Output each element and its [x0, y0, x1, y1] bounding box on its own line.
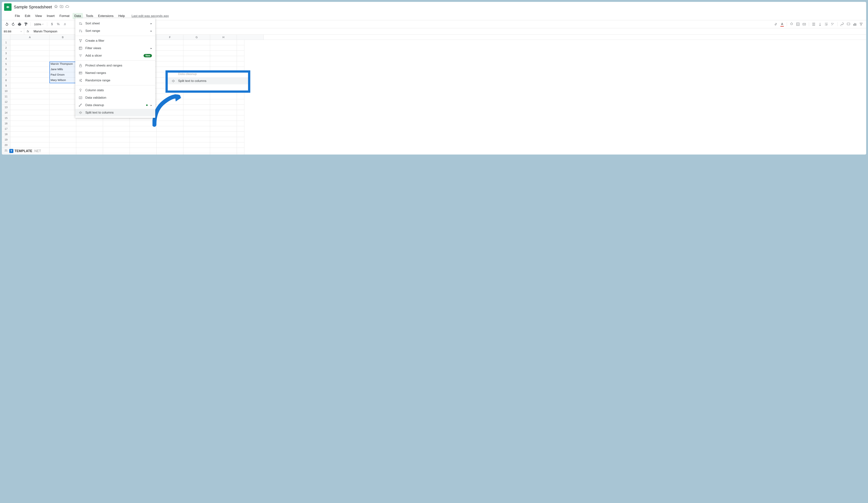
cell[interactable]	[50, 115, 76, 121]
cell[interactable]	[103, 121, 130, 126]
cell[interactable]: Marvin Thompson	[50, 61, 76, 67]
cell[interactable]	[157, 99, 183, 104]
cell[interactable]	[76, 126, 103, 132]
cell[interactable]	[183, 126, 210, 132]
cell[interactable]	[76, 132, 103, 137]
name-box[interactable]: B5:B8	[2, 28, 24, 34]
cell[interactable]	[130, 153, 157, 154]
cell[interactable]	[210, 61, 237, 67]
cell[interactable]	[183, 104, 210, 110]
row-header[interactable]: 12	[2, 99, 10, 104]
last-edit-link[interactable]: Last edit was seconds ago	[132, 14, 169, 18]
cell[interactable]	[237, 142, 244, 148]
cell[interactable]	[183, 148, 210, 153]
cell[interactable]	[237, 110, 244, 115]
cell[interactable]	[50, 45, 76, 51]
cell[interactable]	[210, 142, 237, 148]
row-header[interactable]: 18	[2, 132, 10, 137]
cell[interactable]	[210, 104, 237, 110]
cell[interactable]	[157, 153, 183, 154]
cell[interactable]	[157, 45, 183, 51]
paint-format-button[interactable]	[23, 21, 29, 27]
row-header[interactable]: 13	[2, 104, 10, 110]
cell[interactable]	[10, 78, 50, 83]
cell[interactable]	[183, 56, 210, 61]
row-header[interactable]: 9	[2, 83, 10, 88]
menu-format[interactable]: Format	[58, 13, 71, 19]
cell[interactable]: Mary Wilson	[50, 78, 76, 83]
cell[interactable]	[237, 94, 244, 99]
row-header[interactable]: 6	[2, 67, 10, 72]
cell[interactable]	[10, 61, 50, 67]
cell[interactable]	[50, 142, 76, 148]
cell[interactable]	[183, 94, 210, 99]
cell[interactable]	[10, 153, 50, 154]
row-header[interactable]: 15	[2, 115, 10, 121]
cell[interactable]	[103, 126, 130, 132]
cell[interactable]	[157, 110, 183, 115]
select-all-corner[interactable]	[2, 34, 10, 40]
star-icon[interactable]	[54, 4, 58, 10]
cloud-icon[interactable]	[65, 4, 69, 10]
cell[interactable]	[157, 115, 183, 121]
cell[interactable]	[157, 142, 183, 148]
row-header[interactable]: 4	[2, 56, 10, 61]
menu-sort-range[interactable]: Sort range▸	[75, 27, 155, 34]
col-header-h[interactable]: H	[210, 34, 237, 40]
cell[interactable]	[237, 104, 244, 110]
cell[interactable]	[237, 121, 244, 126]
link-button[interactable]	[839, 21, 845, 27]
cell[interactable]	[157, 121, 183, 126]
cell[interactable]	[103, 132, 130, 137]
cell[interactable]	[10, 51, 50, 56]
cell[interactable]	[210, 99, 237, 104]
cell[interactable]	[210, 132, 237, 137]
cell[interactable]	[210, 51, 237, 56]
row-header[interactable]: 14	[2, 110, 10, 115]
cell[interactable]	[50, 51, 76, 56]
cell[interactable]	[210, 110, 237, 115]
cell[interactable]	[210, 148, 237, 153]
cell[interactable]	[103, 137, 130, 142]
row-header[interactable]: 10	[2, 88, 10, 94]
cell[interactable]	[50, 88, 76, 94]
merge-button[interactable]	[802, 21, 807, 27]
cell[interactable]	[183, 137, 210, 142]
cell[interactable]	[10, 45, 50, 51]
cell[interactable]	[10, 67, 50, 72]
cell[interactable]	[130, 137, 157, 142]
cell[interactable]	[157, 126, 183, 132]
cell[interactable]	[10, 72, 50, 78]
cell[interactable]	[237, 126, 244, 132]
cell[interactable]	[130, 121, 157, 126]
row-header[interactable]: 7	[2, 72, 10, 78]
col-header-f[interactable]: F	[157, 34, 183, 40]
cell[interactable]	[103, 153, 130, 154]
cell[interactable]	[130, 142, 157, 148]
menu-filter-views[interactable]: Filter views▸	[75, 44, 155, 52]
cell[interactable]	[157, 61, 183, 67]
sheets-logo[interactable]	[4, 3, 11, 11]
cell[interactable]	[130, 148, 157, 153]
cell[interactable]	[157, 132, 183, 137]
cell[interactable]	[210, 40, 237, 45]
cell[interactable]	[103, 142, 130, 148]
cell[interactable]	[10, 56, 50, 61]
cell[interactable]	[183, 121, 210, 126]
cell[interactable]	[10, 88, 50, 94]
cell[interactable]	[210, 153, 237, 154]
menu-sort-sheet[interactable]: Sort sheet▸	[75, 20, 155, 27]
cell[interactable]	[210, 126, 237, 132]
cell[interactable]	[50, 99, 76, 104]
cell[interactable]	[237, 99, 244, 104]
row-header[interactable]: 22	[2, 153, 10, 154]
strikethrough-button[interactable]	[773, 21, 778, 27]
cell[interactable]	[237, 132, 244, 137]
valign-button[interactable]	[817, 21, 823, 27]
cell[interactable]	[10, 110, 50, 115]
cell[interactable]	[183, 61, 210, 67]
cell[interactable]	[50, 94, 76, 99]
undo-button[interactable]	[4, 21, 10, 27]
cell[interactable]	[10, 115, 50, 121]
row-header[interactable]: 19	[2, 137, 10, 142]
